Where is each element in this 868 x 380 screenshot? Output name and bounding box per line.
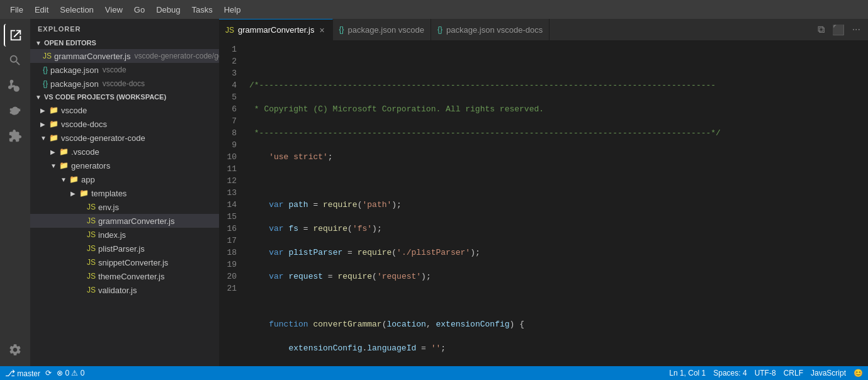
open-editor-name: package.json [50, 79, 99, 89]
emoji-status[interactable]: 😊 [854, 369, 863, 377]
sidebar: Explorer ▼ Open Editors JS grammarConver… [30, 19, 219, 366]
open-editor-package-vscode-docs[interactable]: {} package.json vscode-docs [30, 77, 219, 91]
debug-activity-icon[interactable] [4, 99, 26, 122]
open-editor-name: package.json [50, 65, 99, 75]
settings-activity-icon[interactable] [4, 338, 26, 361]
js-file-icon: JS [87, 286, 96, 294]
open-editors-arrow: ▼ [35, 40, 42, 47]
js-file-icon: JS [87, 272, 96, 281]
error-icon: ⊗ [57, 369, 63, 377]
encoding-status[interactable]: UTF-8 [755, 369, 776, 377]
sync-status[interactable]: ⟳ [45, 369, 52, 377]
tab-label: grammarConverter.js [238, 25, 314, 35]
folder-name: vscode [61, 106, 87, 115]
file-name: plistParser.js [98, 244, 145, 254]
tree-grammarcoverter-js[interactable]: JS grammarConverter.js [30, 214, 219, 228]
line-ending-status[interactable]: CRLF [784, 369, 803, 377]
status-left: ⎇ master ⟳ ⊗ 0 ⚠ 0 [5, 368, 84, 378]
open-editor-package-vscode[interactable]: {} package.json vscode [30, 63, 219, 77]
tree-dot-vscode-folder[interactable]: ▶ 📁 .vscode [30, 145, 219, 159]
status-bar: ⎇ master ⟳ ⊗ 0 ⚠ 0 Ln 1, Col 1 Spaces: 4… [0, 366, 868, 380]
tree-plistparser-js[interactable]: JS plistParser.js [30, 242, 219, 255]
folder-arrow: ▶ [40, 121, 48, 128]
tab-label: package.json vscode [348, 25, 424, 35]
js-file-icon: JS [87, 230, 96, 239]
tab-actions: ⧉ ⬛ ··· [810, 23, 868, 37]
vs-code-projects-label: VS Code Projects (Workspace) [44, 93, 166, 101]
json-file-icon: {} [43, 79, 48, 88]
open-editor-path: vscode-docs [103, 79, 145, 88]
js-file-icon: JS [87, 216, 96, 225]
menu-selection[interactable]: Selection [55, 3, 98, 17]
file-name: env.js [98, 203, 119, 212]
sync-icon: ⟳ [45, 369, 52, 377]
tab-js-icon: JS [225, 26, 234, 35]
menu-tasks[interactable]: Tasks [186, 3, 217, 17]
folder-icon: 📁 [69, 175, 79, 184]
source-control-activity-icon[interactable] [4, 74, 26, 97]
spaces-status[interactable]: Spaces: 4 [713, 369, 747, 377]
warning-count: 0 [81, 369, 85, 377]
tree-generators-folder[interactable]: ▼ 📁 generators [30, 159, 219, 172]
open-editor-grammarcoverter[interactable]: JS grammarConverter.js vscode-generator-… [30, 49, 219, 63]
tab-json-icon: {} [339, 25, 344, 34]
toggle-sidebar-button[interactable]: ⬛ [830, 23, 847, 37]
vs-code-projects-section[interactable]: ▼ VS Code Projects (Workspace) [30, 91, 219, 103]
tree-vscode-generator-folder[interactable]: ▼ 📁 vscode-generator-code [30, 131, 219, 145]
folder-arrow: ▶ [70, 190, 78, 197]
js-file-icon: JS [87, 203, 96, 211]
open-editor-name: grammarConverter.js [54, 52, 130, 61]
tree-index-js[interactable]: JS index.js [30, 228, 219, 242]
tab-grammarcoverter[interactable]: JS grammarConverter.js × [219, 19, 333, 41]
tab-package-vscode[interactable]: {} package.json vscode [333, 19, 431, 41]
tab-package-vscode-docs[interactable]: {} package.json vscode-docs [431, 19, 550, 41]
menu-file[interactable]: File [5, 3, 28, 17]
tree-env-js[interactable]: JS env.js [30, 200, 219, 214]
split-editor-button[interactable]: ⧉ [815, 23, 827, 36]
tree-snippetconverter-js[interactable]: JS snippetConverter.js [30, 255, 219, 269]
folder-arrow: ▶ [40, 107, 48, 114]
folder-icon: 📁 [59, 161, 69, 170]
menu-help[interactable]: Help [219, 3, 246, 17]
menu-edit[interactable]: Edit [30, 3, 54, 17]
cursor-position-status[interactable]: Ln 1, Col 1 [669, 369, 706, 377]
git-branch-status[interactable]: ⎇ master [5, 368, 40, 378]
extensions-activity-icon[interactable] [4, 125, 26, 147]
folder-name: vscode-generator-code [61, 133, 145, 143]
json-file-icon: {} [43, 65, 48, 74]
tab-json-icon: {} [437, 25, 442, 34]
file-name: index.js [98, 230, 126, 240]
language-status[interactable]: JavaScript [811, 369, 846, 377]
folder-icon: 📁 [49, 133, 59, 142]
git-branch-icon: ⎇ [5, 368, 15, 378]
menu-go[interactable]: Go [129, 3, 150, 17]
js-file-icon: JS [87, 258, 96, 267]
code-content[interactable]: /*--------------------------------------… [244, 41, 868, 366]
folder-arrow: ▼ [50, 162, 58, 169]
search-activity-icon[interactable] [4, 49, 26, 72]
errors-status[interactable]: ⊗ 0 ⚠ 0 [57, 369, 84, 377]
folder-icon: 📁 [59, 147, 69, 156]
tree-app-folder[interactable]: ▼ 📁 app [30, 172, 219, 186]
folder-name: vscode-docs [61, 120, 107, 129]
activity-bar [0, 19, 30, 366]
open-editors-section[interactable]: ▼ Open Editors [30, 36, 219, 49]
tree-vscode-docs-folder[interactable]: ▶ 📁 vscode-docs [30, 117, 219, 131]
menu-view[interactable]: View [100, 3, 128, 17]
error-count: 0 [65, 369, 69, 377]
menu-debug[interactable]: Debug [151, 3, 185, 17]
folder-arrow: ▶ [50, 148, 58, 155]
tab-close-button[interactable]: × [318, 25, 325, 35]
editor-area: JS grammarConverter.js × {} package.json… [219, 19, 868, 366]
js-file-icon: JS [87, 244, 96, 253]
folder-icon: 📁 [49, 120, 59, 128]
tree-templates-folder[interactable]: ▶ 📁 templates [30, 186, 219, 200]
open-editor-path: vscode-generator-code/generators/app [134, 52, 219, 60]
more-actions-button[interactable]: ··· [850, 23, 863, 36]
tree-themeconverter-js[interactable]: JS themeConverter.js [30, 269, 219, 283]
tree-validator-js[interactable]: JS validator.js [30, 283, 219, 297]
tree-vscode-folder[interactable]: ▶ 📁 vscode [30, 103, 219, 117]
menu-bar: File Edit Selection View Go Debug Tasks … [0, 0, 868, 19]
sidebar-title: Explorer [30, 19, 219, 36]
explorer-activity-icon[interactable] [4, 24, 26, 47]
